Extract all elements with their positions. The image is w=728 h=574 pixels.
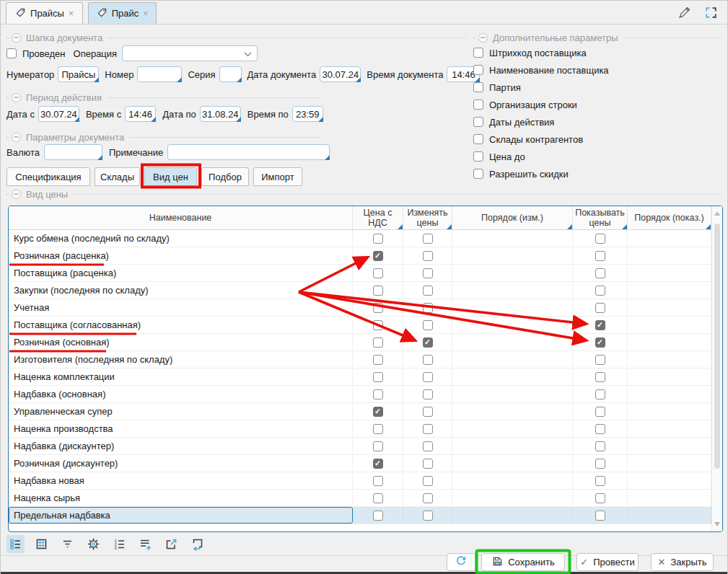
- checkbox-change-prices[interactable]: [423, 441, 433, 451]
- add-to-list-icon[interactable]: [136, 535, 154, 553]
- time-from-field[interactable]: 14:46: [125, 106, 156, 122]
- posted-checkbox[interactable]: [6, 48, 17, 58]
- checkbox-show-prices[interactable]: [595, 424, 605, 434]
- settings-gear-icon[interactable]: [84, 535, 102, 553]
- grid-view-icon[interactable]: [32, 535, 51, 553]
- table-row[interactable]: Розничная (дискаунтер): [9, 455, 722, 472]
- table-row[interactable]: Курс обмена (последний по складу): [9, 230, 722, 247]
- checkbox-price-with-vat[interactable]: [373, 459, 383, 469]
- checkbox-show-prices[interactable]: [595, 389, 605, 399]
- checkbox-show-prices[interactable]: [595, 476, 605, 486]
- checkbox-show-prices[interactable]: [595, 268, 605, 278]
- window-tab-pricelists[interactable]: Прайсы ×: [6, 2, 83, 24]
- scrollbar-thumb[interactable]: [714, 224, 720, 469]
- checkbox-price-with-vat[interactable]: [373, 476, 383, 486]
- filter-icon[interactable]: [58, 535, 76, 553]
- checkbox-change-prices[interactable]: [423, 424, 433, 434]
- close-icon[interactable]: ×: [143, 9, 148, 19]
- checkbox-change-prices[interactable]: [423, 476, 433, 486]
- checkbox-change-prices[interactable]: [423, 511, 433, 521]
- checkbox-price-with-vat[interactable]: [373, 441, 383, 451]
- table-row[interactable]: Надбавка (дискаунтер): [9, 438, 722, 455]
- vertical-scrollbar[interactable]: [711, 206, 722, 531]
- checkbox-show-prices[interactable]: [595, 337, 605, 348]
- checkbox-change-prices[interactable]: [423, 372, 433, 382]
- checkbox-price-with-vat[interactable]: [373, 407, 383, 417]
- table-row[interactable]: Розничная (расценка): [9, 247, 722, 265]
- checkbox-price-with-vat[interactable]: [373, 286, 383, 296]
- checkbox-show-prices[interactable]: [595, 511, 605, 521]
- checkbox-price-with-vat[interactable]: [373, 355, 383, 365]
- checkbox-show-prices[interactable]: [595, 355, 605, 365]
- operation-select[interactable]: [122, 45, 258, 61]
- checkbox-show-prices[interactable]: [595, 234, 605, 244]
- checkbox-change-prices[interactable]: [423, 337, 433, 348]
- checkbox-icon[interactable]: [473, 65, 483, 75]
- table-row[interactable]: Надбавка (основная): [9, 386, 722, 403]
- number-field[interactable]: [137, 66, 182, 82]
- checkbox-show-prices[interactable]: [595, 303, 605, 313]
- checkbox-icon[interactable]: [473, 134, 483, 144]
- date-from-field[interactable]: 30.07.24: [38, 106, 79, 122]
- checkbox-show-prices[interactable]: [595, 286, 605, 296]
- extra-option[interactable]: Разрешить скидки: [473, 165, 609, 182]
- doc-tab-4[interactable]: Подбор: [201, 167, 249, 186]
- doc-tab-1[interactable]: Спецификация: [6, 167, 90, 186]
- checkbox-change-prices[interactable]: [423, 355, 433, 365]
- extra-option[interactable]: Организация строки: [473, 96, 609, 113]
- collapse-icon[interactable]: [12, 190, 21, 199]
- checkbox-change-prices[interactable]: [423, 234, 433, 244]
- numerator-field[interactable]: Прайсы: [58, 66, 99, 82]
- series-field[interactable]: [219, 66, 242, 82]
- column-header-price-with-vat[interactable]: Цена с НДС: [353, 206, 403, 229]
- checkbox-price-with-vat[interactable]: [373, 234, 383, 244]
- scroll-down-icon[interactable]: [714, 522, 720, 526]
- numbered-list-icon[interactable]: 123: [110, 535, 128, 553]
- checkbox-price-with-vat[interactable]: [373, 320, 383, 330]
- doc-tab-3[interactable]: Вид цен: [144, 167, 197, 186]
- checkbox-price-with-vat[interactable]: [373, 493, 383, 503]
- window-tab-price[interactable]: Прайс ×: [88, 2, 157, 24]
- date-to-field[interactable]: 31.08.24: [200, 106, 241, 122]
- post-button[interactable]: ✓ Провести: [576, 553, 639, 571]
- checkbox-price-with-vat[interactable]: [373, 268, 383, 278]
- checkbox-icon[interactable]: [473, 82, 483, 92]
- fullscreen-expand-icon[interactable]: [703, 5, 719, 22]
- collapse-icon[interactable]: [12, 133, 21, 142]
- table-row[interactable]: Закупки (последняя по складу): [9, 282, 722, 299]
- checkbox-price-with-vat[interactable]: [373, 303, 383, 313]
- checkbox-change-prices[interactable]: [423, 303, 433, 313]
- scroll-up-icon[interactable]: [714, 211, 720, 216]
- checkbox-show-prices[interactable]: [595, 441, 605, 451]
- checkbox-change-prices[interactable]: [423, 251, 433, 261]
- checkbox-show-prices[interactable]: [595, 407, 605, 417]
- table-row[interactable]: Поставщика (расценка): [9, 265, 722, 282]
- checkbox-price-with-vat[interactable]: [373, 424, 383, 434]
- table-row[interactable]: Предельная надбавка: [9, 507, 722, 524]
- checkbox-price-with-vat[interactable]: [373, 511, 383, 521]
- extra-option[interactable]: Наименование поставщика: [473, 61, 609, 79]
- checkbox-show-prices[interactable]: [595, 320, 605, 330]
- table-row[interactable]: Изготовителя (последняя по складу): [9, 351, 722, 368]
- table-row[interactable]: Розничная (основная): [9, 334, 722, 351]
- save-button[interactable]: Сохранить: [481, 553, 565, 571]
- checkbox-price-with-vat[interactable]: [373, 372, 383, 382]
- table-row[interactable]: Учетная: [9, 299, 722, 317]
- table-row[interactable]: Надбавка новая: [9, 472, 722, 490]
- checkbox-icon[interactable]: [473, 48, 483, 58]
- currency-field[interactable]: [44, 144, 102, 160]
- note-field[interactable]: [167, 144, 330, 160]
- column-header-change-prices[interactable]: Изменять цены: [403, 206, 452, 229]
- checkbox-show-prices[interactable]: [595, 493, 605, 503]
- column-header-order-show[interactable]: Порядок (показ.): [628, 206, 711, 229]
- collapse-icon[interactable]: [12, 93, 21, 102]
- table-row[interactable]: Управленческая супер: [9, 403, 722, 420]
- doc-date-field[interactable]: 30.07.24: [320, 66, 361, 82]
- checkbox-icon[interactable]: [473, 151, 483, 162]
- refresh-button[interactable]: [447, 553, 475, 571]
- export-icon[interactable]: [162, 535, 180, 553]
- table-row[interactable]: Наценка производства: [9, 420, 722, 438]
- close-icon[interactable]: ×: [69, 9, 74, 19]
- table-row[interactable]: Наценка сырья: [9, 490, 722, 507]
- checkbox-change-prices[interactable]: [423, 268, 433, 278]
